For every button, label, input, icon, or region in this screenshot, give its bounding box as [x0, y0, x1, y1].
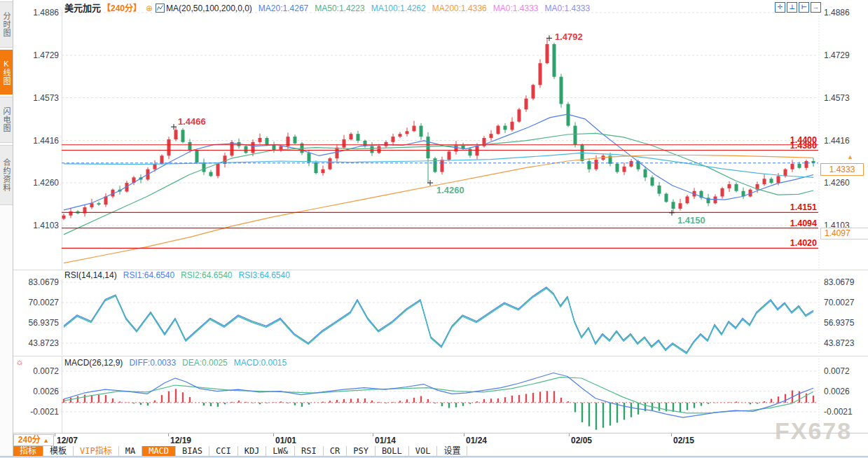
- rsi-value-3: RSI3:64.6540: [239, 270, 290, 280]
- price-axis-label: 1.4886: [15, 8, 59, 18]
- toolbar-tab-模板[interactable]: 模板: [43, 446, 74, 457]
- rsi-axis-label: 70.0027: [15, 298, 59, 307]
- sidebar-tab-3[interactable]: 闪电图: [0, 97, 13, 143]
- macd-value-3: MACD:0.0015: [234, 358, 287, 368]
- macd-value-1: DIFF:0.0033: [129, 358, 176, 368]
- panel-divider: [13, 356, 868, 356]
- sidebar-tab-4[interactable]: 合约资料: [0, 145, 13, 205]
- date-label: 12/07: [57, 436, 78, 445]
- svg-text:1.4020: 1.4020: [790, 238, 817, 248]
- current-price-label: 1.4333: [820, 163, 864, 176]
- sidebar-tab-1[interactable]: 分时图: [0, 1, 13, 48]
- rsi-axis-label: 83.0679: [15, 277, 59, 287]
- indicator-toolbar: 指标模板VIP指标MAMACDBIASCCIKDJLW&RSICRPSYBOLL…: [13, 446, 467, 457]
- toolbar-tab-MA[interactable]: MA: [119, 446, 142, 457]
- toolbar-tab-BOLL[interactable]: BOLL: [376, 446, 409, 457]
- symbol-title: 美元加元: [64, 3, 101, 13]
- date-label: 01/01: [275, 436, 296, 445]
- macd-axis-label: -0.0021: [15, 407, 59, 417]
- ma-settings-label: MA(20,50,100,200,0,0): [166, 4, 252, 13]
- price-axis-label: 1.4886: [824, 8, 850, 18]
- price-axis-label: 1.4573: [15, 93, 59, 103]
- chart-header: 美元加元【240分】⊕MA(20,50,100,200,0,0)MA20:1.4…: [64, 1, 590, 11]
- svg-text:1.4260: 1.4260: [436, 185, 464, 195]
- date-label: 01/14: [375, 436, 396, 445]
- svg-text:1.4380: 1.4380: [790, 141, 817, 151]
- price-axis-label: 1.4416: [824, 136, 850, 146]
- indicator-settings-icon[interactable]: ☼: [15, 356, 24, 367]
- rsi-axis-label: 56.9375: [824, 318, 854, 328]
- toolbar-tab-CR[interactable]: CR: [324, 446, 347, 457]
- axis-price-tooltip: 1.4097: [820, 228, 868, 240]
- svg-text:1.4792: 1.4792: [555, 32, 583, 42]
- toolbar-tab-指标[interactable]: 指标: [13, 446, 43, 457]
- rsi-value-1: RSI1:64.6540: [123, 270, 174, 280]
- toolbar-tab-设置[interactable]: 设置: [437, 446, 467, 457]
- price-axis-label: 1.4573: [824, 93, 850, 103]
- pan-icon[interactable]: ✛: [775, 2, 785, 13]
- svg-text:1.4466: 1.4466: [178, 116, 206, 127]
- rsi-axis-label: 83.0679: [824, 277, 854, 287]
- macd-header: MACD(26,12,9)DIFF:0.0033DEA:0.0025MACD:0…: [64, 358, 287, 368]
- kline-chart-icon: [156, 4, 165, 13]
- toolbar-tab-RSI[interactable]: RSI: [295, 446, 324, 457]
- macd-values-list: DIFF:0.0033DEA:0.0025MACD:0.0015: [123, 358, 287, 368]
- rsi-value-2: RSI2:64.6540: [181, 270, 232, 280]
- toolbar-tab-CCI[interactable]: CCI: [209, 446, 238, 457]
- date-tick: [671, 433, 672, 436]
- rsi-values-list: RSI1:64.6540RSI2:64.6540RSI3:64.6540: [117, 270, 290, 280]
- price-axis-label: 1.4103: [15, 221, 59, 230]
- toolbar-tab-MACD[interactable]: MACD: [142, 446, 176, 457]
- price-up-arrow-icon: ▲: [847, 153, 853, 160]
- chart-view-icons: ✛⊥⊢→: [773, 1, 821, 13]
- rsi-axis-label: 43.8723: [15, 338, 59, 348]
- price-axis-label: 1.4416: [15, 136, 59, 146]
- date-tick: [464, 433, 464, 436]
- ma-value-1: MA20:1.4267: [259, 4, 308, 13]
- price-axis-label: 1.4260: [15, 178, 59, 188]
- date-tick: [273, 433, 274, 436]
- timeframe-button-label: 240分: [18, 435, 41, 445]
- macd-title: MACD(26,12,9): [64, 358, 123, 368]
- ma-value-5: MA0:1.4333: [493, 4, 539, 13]
- link-icon[interactable]: ⊕: [146, 4, 153, 13]
- date-tick: [55, 433, 55, 436]
- svg-text:1.4094: 1.4094: [790, 218, 817, 228]
- date-label: 01/24: [466, 436, 487, 445]
- ma-value-4: MA200:1.4336: [432, 4, 487, 13]
- svg-text:1.4150: 1.4150: [677, 215, 705, 225]
- toolbar-tab-VOL[interactable]: VOL: [409, 446, 438, 457]
- date-axis: 240分 ▲ 12/0712/1901/0101/1401/2402/0502/…: [13, 433, 868, 446]
- macd-axis-label: -0.0021: [824, 407, 853, 417]
- date-label: 02/15: [673, 436, 694, 445]
- ma-values-list: MA20:1.4267MA50:1.4223MA100:1.4262MA200:…: [252, 4, 590, 13]
- macd-axis-label: 0.0026: [824, 387, 850, 396]
- scale-x-axis-icon[interactable]: ⊢: [799, 2, 809, 13]
- timeframe-dropdown-button[interactable]: 240分 ▲: [13, 434, 54, 446]
- price-axis-label: 1.4729: [15, 50, 59, 60]
- macd-axis-label: 0.0026: [15, 387, 59, 396]
- toolbar-tab-PSY[interactable]: PSY: [347, 446, 376, 457]
- rsi-chart-canvas[interactable]: [62, 279, 820, 355]
- timeframe-label: 【240分】: [102, 4, 142, 13]
- restore-view-icon[interactable]: →: [811, 2, 821, 13]
- price-chart-canvas[interactable]: 1.44001.43801.41511.40941.40201.44661.47…: [62, 10, 820, 270]
- toolbar-tab-LW&[interactable]: LW&: [266, 446, 295, 457]
- toolbar-tab-BIAS[interactable]: BIAS: [176, 446, 209, 457]
- dropdown-arrow-icon: ▲: [43, 437, 49, 444]
- ma-value-3: MA100:1.4262: [371, 4, 426, 13]
- date-tick: [168, 433, 169, 436]
- sidebar-tab-2[interactable]: K线图: [0, 50, 13, 95]
- rsi-title: RSI(14,14,14): [64, 270, 117, 280]
- macd-value-2: DEA:0.0025: [182, 358, 228, 368]
- toolbar-tab-KDJ[interactable]: KDJ: [238, 446, 267, 457]
- scale-y-axis-icon[interactable]: ⊥: [787, 2, 797, 13]
- price-axis-label: 1.4260: [824, 178, 850, 188]
- macd-axis-label: 0.0072: [824, 366, 850, 376]
- toolbar-tab-VIP指标[interactable]: VIP指标: [74, 446, 119, 457]
- date-tick: [569, 433, 570, 436]
- rsi-axis-label: 70.0027: [824, 298, 854, 307]
- date-label: 02/05: [571, 436, 592, 445]
- date-label: 12/19: [170, 436, 191, 445]
- left-sidebar: 分时图K线图闪电图合约资料: [0, 0, 13, 458]
